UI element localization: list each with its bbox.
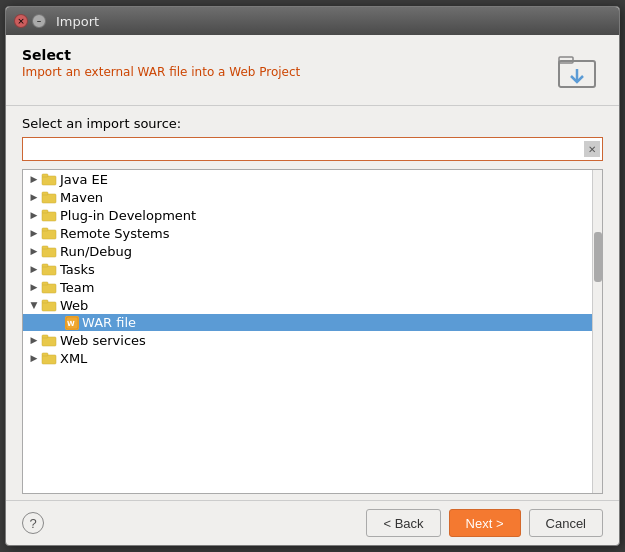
expand-arrow bbox=[27, 190, 41, 204]
tree-item-team[interactable]: Team bbox=[23, 278, 592, 296]
folder-icon bbox=[41, 207, 57, 223]
svg-rect-3 bbox=[42, 176, 56, 185]
search-input[interactable] bbox=[22, 137, 603, 161]
tree-item-xml[interactable]: XML bbox=[23, 349, 592, 367]
svg-rect-23 bbox=[42, 355, 56, 364]
item-label: Web services bbox=[60, 333, 146, 348]
close-icon: × bbox=[17, 16, 25, 26]
scrollbar[interactable] bbox=[592, 170, 602, 493]
header-text: Select Import an external WAR file into … bbox=[22, 47, 300, 79]
page-title: Select bbox=[22, 47, 300, 63]
svg-rect-8 bbox=[42, 210, 48, 213]
header-icon bbox=[555, 47, 603, 95]
item-label: Plug-in Development bbox=[60, 208, 196, 223]
item-label: Java EE bbox=[60, 172, 108, 187]
item-label: WAR file bbox=[82, 315, 136, 330]
search-wrapper: ✕ bbox=[22, 137, 603, 161]
clear-button[interactable]: ✕ bbox=[584, 141, 600, 157]
folder-icon bbox=[41, 332, 57, 348]
footer-buttons: < Back Next > Cancel bbox=[366, 509, 603, 537]
source-label: Select an import source: bbox=[22, 116, 603, 131]
tree-item-tasks[interactable]: Tasks bbox=[23, 260, 592, 278]
svg-rect-15 bbox=[42, 284, 56, 293]
item-label: Maven bbox=[60, 190, 103, 205]
expand-arrow bbox=[27, 333, 41, 347]
item-label: Remote Systems bbox=[60, 226, 170, 241]
war-file-icon: W bbox=[65, 316, 79, 330]
expand-arrow bbox=[27, 262, 41, 276]
import-dialog: × – Import Select Import an external WAR… bbox=[5, 6, 620, 546]
expand-arrow bbox=[27, 351, 41, 365]
svg-rect-10 bbox=[42, 228, 48, 231]
next-button[interactable]: Next > bbox=[449, 509, 521, 537]
item-label: Run/Debug bbox=[60, 244, 132, 259]
window-title: Import bbox=[56, 14, 99, 29]
tree-item-web-services[interactable]: Web services bbox=[23, 331, 592, 349]
footer-left: ? bbox=[22, 512, 44, 534]
scrollbar-thumb[interactable] bbox=[594, 232, 602, 282]
help-button[interactable]: ? bbox=[22, 512, 44, 534]
back-button[interactable]: < Back bbox=[366, 509, 440, 537]
folder-icon bbox=[41, 189, 57, 205]
page-subtitle: Import an external WAR file into a Web P… bbox=[22, 65, 300, 79]
dialog-footer: ? < Back Next > Cancel bbox=[6, 500, 619, 545]
svg-rect-22 bbox=[42, 335, 48, 338]
folder-icon bbox=[41, 171, 57, 187]
expand-arrow bbox=[27, 244, 41, 258]
expand-arrow bbox=[27, 172, 41, 186]
dialog-content: Select Import an external WAR file into … bbox=[6, 35, 619, 545]
expand-arrow bbox=[27, 208, 41, 222]
tree-item-plugin-dev[interactable]: Plug-in Development bbox=[23, 206, 592, 224]
folder-icon bbox=[41, 225, 57, 241]
svg-text:W: W bbox=[67, 320, 75, 328]
svg-rect-21 bbox=[42, 337, 56, 346]
minimize-icon: – bbox=[37, 16, 42, 26]
folder-icon bbox=[41, 279, 57, 295]
svg-rect-13 bbox=[42, 266, 56, 275]
tree-item-web[interactable]: Web bbox=[23, 296, 592, 314]
svg-rect-6 bbox=[42, 192, 48, 195]
tree-item-remote-systems[interactable]: Remote Systems bbox=[23, 224, 592, 242]
svg-rect-17 bbox=[42, 302, 56, 311]
tree-item-run-debug[interactable]: Run/Debug bbox=[23, 242, 592, 260]
minimize-button[interactable]: – bbox=[32, 14, 46, 28]
svg-rect-4 bbox=[42, 174, 48, 177]
close-button[interactable]: × bbox=[14, 14, 28, 28]
item-label: XML bbox=[60, 351, 87, 366]
svg-rect-18 bbox=[42, 300, 48, 303]
window-controls: × – bbox=[14, 14, 46, 28]
item-label: Tasks bbox=[60, 262, 95, 277]
folder-icon bbox=[41, 297, 57, 313]
svg-rect-16 bbox=[42, 282, 48, 285]
import-icon bbox=[557, 49, 601, 93]
svg-rect-7 bbox=[42, 212, 56, 221]
item-label: Team bbox=[60, 280, 94, 295]
dialog-header: Select Import an external WAR file into … bbox=[6, 35, 619, 106]
tree-item-war-file[interactable]: W WAR file bbox=[23, 314, 592, 331]
item-label: Web bbox=[60, 298, 88, 313]
import-source-tree[interactable]: Java EE Maven bbox=[23, 170, 592, 493]
svg-rect-9 bbox=[42, 230, 56, 239]
expand-arrow bbox=[27, 226, 41, 240]
folder-icon bbox=[41, 350, 57, 366]
svg-rect-14 bbox=[42, 264, 48, 267]
svg-rect-12 bbox=[42, 246, 48, 249]
folder-icon bbox=[41, 243, 57, 259]
expand-arrow bbox=[27, 298, 41, 312]
svg-rect-11 bbox=[42, 248, 56, 257]
folder-icon bbox=[41, 261, 57, 277]
title-bar: × – Import bbox=[6, 7, 619, 35]
cancel-button[interactable]: Cancel bbox=[529, 509, 603, 537]
tree-item-java-ee[interactable]: Java EE bbox=[23, 170, 592, 188]
svg-rect-5 bbox=[42, 194, 56, 203]
expand-arrow bbox=[27, 280, 41, 294]
svg-rect-24 bbox=[42, 353, 48, 356]
tree-item-maven[interactable]: Maven bbox=[23, 188, 592, 206]
main-area: Select an import source: ✕ Java EE bbox=[6, 106, 619, 500]
